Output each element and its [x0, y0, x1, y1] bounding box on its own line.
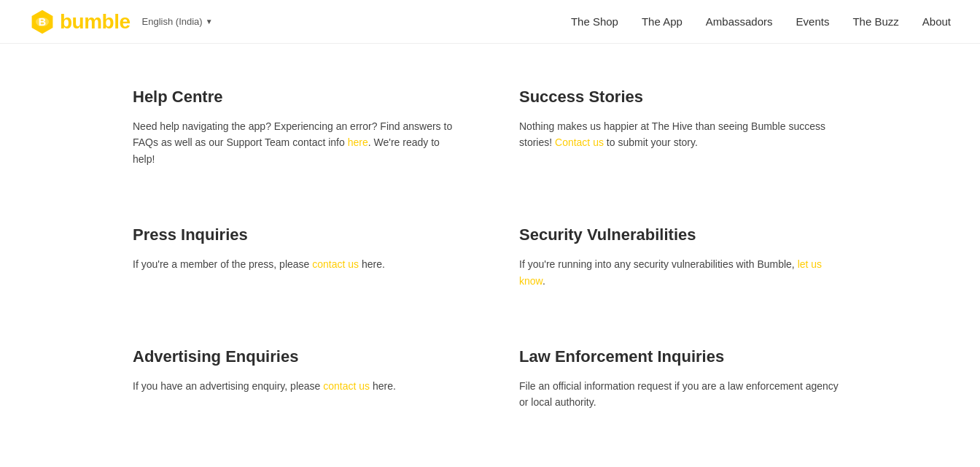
help-centre-body: Need help navigating the app? Experienci…: [133, 118, 461, 167]
nav-buzz[interactable]: The Buzz: [852, 15, 898, 28]
cards-grid: Help Centre Need help navigating the app…: [133, 73, 847, 425]
advertising-enquiries-title: Advertising Enquiries: [133, 347, 461, 366]
nav-events[interactable]: Events: [796, 15, 830, 28]
press-inquiries-body: If you're a member of the press, please …: [133, 256, 461, 272]
law-enforcement-title: Law Enforcement Inquiries: [519, 347, 847, 366]
success-stories-title: Success Stories: [519, 88, 847, 107]
main-content: Help Centre Need help navigating the app…: [89, 44, 891, 455]
help-centre-link[interactable]: here: [348, 136, 368, 148]
security-vulnerabilities-title: Security Vulnerabilities: [519, 225, 847, 244]
language-selector[interactable]: English (India) ▼: [142, 16, 213, 27]
nav-shop[interactable]: The Shop: [571, 15, 618, 28]
card-press-inquiries: Press Inquiries If you're a member of th…: [133, 211, 461, 304]
success-stories-body: Nothing makes us happier at The Hive tha…: [519, 118, 847, 151]
chevron-down-icon: ▼: [206, 18, 213, 26]
card-law-enforcement: Law Enforcement Inquiries File an offici…: [519, 333, 847, 425]
main-nav: The Shop The App Ambassadors Events The …: [571, 15, 951, 28]
card-help-centre: Help Centre Need help navigating the app…: [133, 73, 461, 182]
help-centre-title: Help Centre: [133, 88, 461, 107]
nav-app[interactable]: The App: [642, 15, 682, 28]
site-header: B bumble English (India) ▼ The Shop The …: [0, 0, 980, 44]
language-label: English (India): [142, 16, 203, 27]
success-stories-link[interactable]: Contact us: [555, 136, 604, 148]
header-left: B bumble English (India) ▼: [29, 9, 213, 35]
advertising-enquiries-link[interactable]: contact us: [323, 380, 370, 392]
card-advertising-enquiries: Advertising Enquiries If you have an adv…: [133, 333, 461, 425]
svg-text:B: B: [39, 15, 46, 27]
card-security-vulnerabilities: Security Vulnerabilities If you're runni…: [519, 211, 847, 304]
law-enforcement-body: File an official information request if …: [519, 378, 847, 411]
nav-about[interactable]: About: [922, 15, 951, 28]
logo-text: bumble: [60, 10, 131, 34]
nav-ambassadors[interactable]: Ambassadors: [706, 15, 773, 28]
card-success-stories: Success Stories Nothing makes us happier…: [519, 73, 847, 182]
advertising-enquiries-body: If you have an advertising enquiry, plea…: [133, 378, 461, 394]
bumble-logo-icon: B: [29, 9, 55, 35]
logo-link[interactable]: B bumble: [29, 9, 131, 35]
press-inquiries-link[interactable]: contact us: [312, 258, 359, 270]
security-vulnerabilities-body: If you're running into any security vuln…: [519, 256, 847, 289]
security-vulnerabilities-link[interactable]: let us know: [519, 258, 822, 286]
press-inquiries-title: Press Inquiries: [133, 225, 461, 244]
